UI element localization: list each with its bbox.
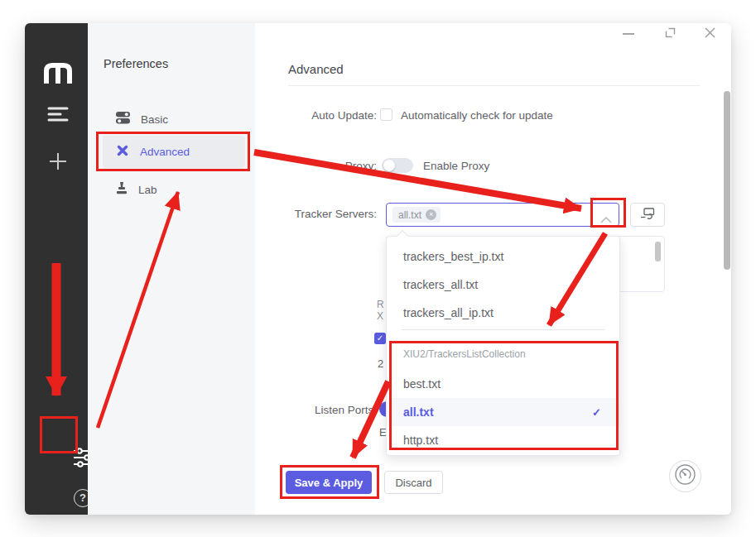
sidebar-item-lab[interactable]: Lab bbox=[103, 175, 245, 204]
option-label: best.txt bbox=[403, 377, 441, 391]
sidebar-item-basic-label: Basic bbox=[141, 113, 168, 126]
proxy-toggle[interactable] bbox=[382, 158, 413, 173]
proxy-label: Proxy: bbox=[244, 160, 377, 172]
sidebar-item-basic[interactable]: Basic bbox=[103, 105, 245, 133]
task-list-icon[interactable] bbox=[47, 106, 69, 126]
speed-limit-button[interactable] bbox=[669, 460, 701, 492]
dropdown-option-selected[interactable]: all.txt ✓ bbox=[387, 398, 619, 426]
auto-update-text: Automatically check for update bbox=[401, 109, 553, 122]
selected-tag: all.txt × bbox=[392, 207, 441, 223]
toggle-knob bbox=[383, 160, 395, 171]
speedometer-icon bbox=[674, 463, 696, 489]
minimize-button[interactable] bbox=[619, 25, 638, 43]
tag-close-icon[interactable]: × bbox=[426, 209, 436, 220]
auto-update-checkbox[interactable] bbox=[380, 108, 392, 121]
sync-icon bbox=[640, 208, 655, 223]
preferences-panel bbox=[88, 23, 255, 515]
sync-trackers-button[interactable] bbox=[630, 203, 665, 227]
dropdown-option[interactable]: best.txt bbox=[387, 370, 619, 398]
sidebar-item-advanced[interactable]: Advanced bbox=[103, 136, 245, 168]
sidebar-item-advanced-label: Advanced bbox=[140, 146, 190, 158]
discard-button[interactable]: Discard bbox=[384, 471, 443, 494]
basic-toggles-icon bbox=[116, 111, 130, 127]
listen-ports-label: Listen Ports: bbox=[244, 404, 377, 416]
option-label: all.txt bbox=[403, 405, 434, 419]
lab-stamp-icon bbox=[116, 181, 128, 198]
close-button[interactable] bbox=[701, 23, 719, 41]
dropdown-option[interactable]: trackers_best_ip.txt bbox=[387, 242, 619, 271]
option-label: http.txt bbox=[403, 434, 438, 447]
option-label: trackers_all_ip.txt bbox=[403, 306, 494, 319]
dropdown-group-label: XIU2/TrackersListCollection bbox=[387, 344, 619, 364]
sidebar-item-lab-label: Lab bbox=[138, 184, 157, 196]
auto-update-label: Auto Update: bbox=[244, 109, 377, 122]
motrix-logo-icon bbox=[44, 62, 72, 87]
selected-tag-label: all.txt bbox=[398, 209, 421, 221]
page-title: Advanced bbox=[288, 62, 344, 76]
add-task-icon[interactable] bbox=[49, 152, 67, 174]
window-scrollbar[interactable] bbox=[724, 91, 730, 270]
option-label: trackers_all.txt bbox=[403, 278, 478, 291]
check-icon: ✓ bbox=[592, 406, 601, 419]
tracker-servers-select[interactable]: all.txt × bbox=[386, 203, 619, 227]
check-glyph: ✓ bbox=[377, 333, 383, 343]
dropdown-option[interactable]: http.txt bbox=[387, 426, 619, 454]
dropdown-divider bbox=[402, 329, 604, 330]
textarea-scrollbar[interactable] bbox=[655, 242, 661, 261]
dropdown-option[interactable]: trackers_all_ip.txt bbox=[387, 299, 619, 327]
app-sidebar: ? bbox=[25, 23, 88, 515]
save-apply-button[interactable]: Save & Apply bbox=[286, 471, 372, 494]
title-divider bbox=[288, 85, 700, 86]
hidden-text-fragment-3: 2 bbox=[378, 357, 383, 370]
preferences-title: Preferences bbox=[104, 57, 168, 70]
proxy-text: Enable Proxy bbox=[423, 160, 489, 172]
option-label: trackers_best_ip.txt bbox=[403, 250, 503, 263]
maximize-button[interactable] bbox=[661, 23, 679, 41]
hidden-text-fragment-1: R bbox=[377, 299, 384, 310]
hidden-checkbox-fragment[interactable]: ✓ bbox=[374, 333, 386, 344]
chevron-up-icon[interactable] bbox=[600, 212, 612, 227]
tracker-dropdown: trackers_best_ip.txt trackers_all.txt tr… bbox=[386, 236, 620, 456]
dropdown-option[interactable]: trackers_all.txt bbox=[387, 271, 619, 299]
advanced-tools-icon bbox=[116, 144, 129, 161]
tracker-servers-label: Tracker Servers: bbox=[244, 208, 377, 220]
motrix-preferences-screen: ? Preferences Basic Advanced Lab Advance… bbox=[0, 0, 756, 537]
hidden-text-fragment-2: X bbox=[377, 310, 383, 322]
